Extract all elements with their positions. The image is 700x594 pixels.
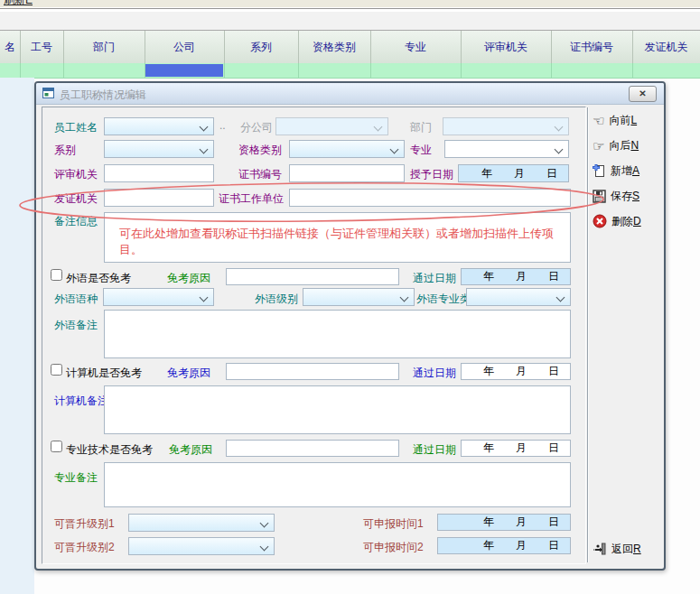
cert-work-unit-input[interactable] (289, 189, 571, 207)
close-icon[interactable]: ✕ (629, 86, 657, 102)
pc-pass-date-label: 通过日期 (413, 366, 456, 381)
qual-type-combo[interactable] (289, 140, 405, 158)
remark-textarea[interactable]: 可在此处增加查看职称证书扫描件链接（与证件管理相关联）或者增加扫描件上传项目。 (104, 212, 571, 263)
emp-name-combo[interactable] (104, 117, 214, 135)
major-remark-textarea[interactable] (104, 462, 571, 507)
grid-col-company[interactable]: 公司 (145, 31, 225, 63)
chevron-down-icon (200, 145, 209, 154)
apply1-date-field[interactable]: 年月日 (437, 514, 571, 531)
promo1-label: 可晋升级别1 (54, 516, 115, 532)
qual-type-label: 资格类别 (238, 143, 282, 158)
panel-separator (587, 107, 589, 562)
apply1-label: 可申报时间1 (363, 516, 424, 532)
delete-button[interactable]: 删除D (593, 212, 641, 230)
pc-exempt-label: 计算机是否免考 (66, 366, 142, 381)
dept-label: 部门 (410, 120, 432, 135)
dialog-icon (42, 88, 54, 98)
next-button[interactable]: ☞ 向后N (593, 136, 639, 154)
fl-exempt-reason-label: 免考原因 (167, 271, 210, 286)
chevron-down-icon (555, 145, 564, 154)
review-org-label: 评审机关 (54, 167, 98, 182)
grid-header: 名 工号 部门 公司 系列 资格类别 专业 评审机关 证书编号 发证机关 (0, 30, 700, 64)
tech-pass-date-field[interactable]: 年月日 (461, 440, 571, 457)
branch-label: 分公司 (240, 120, 273, 135)
fl-pass-date-label: 通过日期 (413, 271, 456, 286)
window-background (0, 78, 34, 594)
cert-no-input[interactable] (289, 164, 405, 182)
grid-col-qualtype[interactable]: 资格类别 (298, 31, 371, 63)
chevron-down-icon (260, 543, 269, 552)
grid-col-name[interactable]: 名 (0, 31, 21, 63)
save-button[interactable]: 保存S (593, 187, 639, 205)
grid-col-major[interactable]: 专业 (370, 31, 462, 63)
major-remark-label: 专业备注 (54, 470, 98, 486)
hand-right-icon: ☞ (593, 139, 604, 153)
remark-info-label: 备注信息 (54, 214, 98, 229)
tech-exempt-reason-input[interactable] (226, 440, 399, 457)
cert-work-unit-label: 证书工作单位 (219, 191, 284, 207)
toolbar-refresh-label[interactable]: 刷新E (4, 0, 33, 7)
grid-col-series[interactable]: 系列 (224, 31, 299, 63)
edit-dialog: 员工职称情况编辑 ✕ 员工姓名 .. 分公司 部门 系别 资格类别 专业 评审机… (34, 81, 666, 571)
pc-remark-textarea[interactable] (104, 385, 571, 434)
chevron-down-icon (200, 123, 209, 132)
delete-icon (593, 214, 607, 228)
dialog-title: 员工职称情况编辑 (60, 88, 146, 103)
cert-no-label: 证书编号 (238, 167, 282, 182)
fl-level-combo[interactable] (303, 288, 415, 306)
grid-col-certno[interactable]: 证书编号 (551, 31, 633, 63)
award-date-field[interactable]: 年月日 (458, 164, 569, 182)
ellipsis-label: .. (219, 119, 226, 132)
new-doc-icon (593, 164, 606, 178)
tech-exempt-reason-label: 免考原因 (169, 442, 212, 458)
issue-org-label: 发证机关 (54, 191, 98, 207)
promo2-combo[interactable] (128, 537, 275, 555)
grid-col-dept[interactable]: 部门 (63, 31, 145, 63)
issue-org-input[interactable] (104, 189, 214, 207)
fl-remark-textarea[interactable] (104, 310, 571, 358)
exit-door-icon (593, 542, 607, 556)
apply2-label: 可申报时间2 (363, 540, 424, 555)
chevron-down-icon (260, 519, 269, 528)
prev-button[interactable]: ☜ 向前L (593, 111, 637, 129)
pc-exempt-checkbox[interactable] (51, 364, 62, 376)
dept-combo (443, 117, 569, 135)
apply2-date-field[interactable]: 年月日 (437, 537, 571, 554)
fl-lang-label: 外语语种 (54, 292, 98, 307)
emp-name-label: 员工姓名 (54, 120, 98, 135)
pc-pass-date-field[interactable]: 年月日 (461, 363, 571, 380)
series-combo[interactable] (104, 140, 214, 158)
major-combo[interactable] (444, 140, 569, 158)
review-org-input[interactable] (104, 164, 214, 182)
award-date-label: 授予日期 (410, 167, 453, 182)
chevron-down-icon (374, 123, 383, 132)
fl-pass-date-field[interactable]: 年月日 (461, 268, 571, 285)
grid-row[interactable] (0, 63, 700, 79)
grid-col-issueorg[interactable]: 发证机关 (632, 31, 700, 63)
pc-exempt-reason-input[interactable] (226, 363, 399, 380)
major-label: 专业 (410, 143, 432, 158)
toolbar-band (0, 12, 700, 30)
promo1-combo[interactable] (128, 514, 275, 532)
chevron-down-icon (556, 293, 565, 302)
chevron-down-icon (555, 123, 564, 132)
pc-remark-label: 计算机备注 (54, 394, 108, 409)
app-window: 刷新E 名 工号 部门 公司 系列 资格类别 专业 评审机关 证书编号 发证机关… (0, 0, 700, 594)
grid-col-revieworg[interactable]: 评审机关 (461, 31, 552, 63)
grid-col-empno[interactable]: 工号 (20, 31, 64, 63)
dialog-titlebar[interactable]: 员工职称情况编辑 ✕ (36, 83, 664, 105)
selected-cell[interactable] (145, 64, 223, 77)
fl-exempt-reason-input[interactable] (226, 268, 399, 285)
branch-combo (275, 117, 388, 135)
chevron-down-icon (390, 145, 399, 154)
series-label: 系别 (54, 143, 76, 158)
back-button[interactable]: 返回R (593, 540, 641, 558)
fl-major-type-combo[interactable] (466, 288, 571, 306)
tech-exempt-checkbox[interactable] (51, 441, 62, 452)
fl-exempt-checkbox[interactable] (51, 269, 62, 281)
fl-level-label: 外语级别 (255, 292, 298, 307)
pc-exempt-reason-label: 免考原因 (167, 366, 210, 381)
add-button[interactable]: 新增A (593, 162, 639, 180)
fl-lang-combo[interactable] (103, 288, 214, 306)
promo2-label: 可晋升级别2 (54, 540, 115, 555)
